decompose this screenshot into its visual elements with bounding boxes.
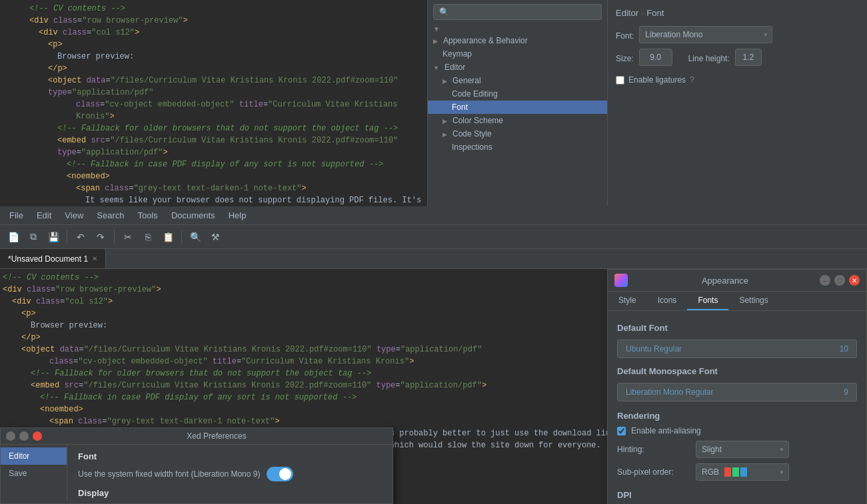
tab-label: *Unsaved Document 1 xyxy=(8,254,88,264)
menu-view[interactable]: View xyxy=(58,208,90,223)
breadcrumb: Editor › Font xyxy=(616,8,859,18)
nav-item-keymap[interactable]: Keymap xyxy=(428,47,607,61)
menu-tools[interactable]: Tools xyxy=(131,208,165,223)
xed-maximize-button[interactable] xyxy=(19,431,29,441)
nav-collapse-btn[interactable]: ▼ xyxy=(428,24,607,34)
appearance-panel: Appearance – □ ✕ Style Icons Fonts Setti… xyxy=(607,269,867,504)
menu-edit[interactable]: Edit xyxy=(30,208,58,223)
toolbar: 📄 ⧉ 💾 ↶ ↷ ✂ ⎘ 📋 🔍 ⚒ xyxy=(0,225,867,249)
nav-item-editor[interactable]: Editor xyxy=(428,61,607,74)
subpixel-value: RGB xyxy=(702,467,719,477)
xed-close-button[interactable] xyxy=(33,431,42,441)
nav-item-label: Font xyxy=(452,103,468,112)
nav-item-color-scheme[interactable]: Color Scheme xyxy=(428,114,607,127)
tab-bar: *Unsaved Document 1 ✕ xyxy=(0,249,867,269)
default-font-value: Ubuntu Regular xyxy=(626,344,682,354)
hinting-dropdown[interactable]: Slight xyxy=(696,441,789,458)
code-line: <div class="row browser-preview"> xyxy=(0,15,427,27)
undo-button[interactable]: ↶ xyxy=(71,228,90,246)
xed-nav-save[interactable]: Save xyxy=(1,465,67,482)
new-button[interactable]: 📄 xyxy=(4,228,23,246)
xed-display-section-label: Display xyxy=(78,488,382,498)
appearance-content: Default Font Ubuntu Regular 10 Default M… xyxy=(608,311,866,504)
menu-file[interactable]: File xyxy=(3,208,30,223)
tab-fonts[interactable]: Fonts xyxy=(687,292,728,310)
nav-item-label: General xyxy=(452,76,481,85)
breadcrumb-font: Font xyxy=(646,8,664,18)
size-label: Size: xyxy=(616,54,634,63)
hinting-value: Slight xyxy=(702,445,722,454)
redo-button[interactable]: ↷ xyxy=(91,228,110,246)
xed-font-toggle[interactable] xyxy=(267,467,293,481)
ligatures-checkbox[interactable] xyxy=(616,76,624,85)
line-height-label: Line height: xyxy=(688,54,730,63)
nav-item-inspections[interactable]: Inspections xyxy=(428,140,607,154)
code-line: <span class="grey-text text-darken-1 not… xyxy=(0,182,427,194)
paste-button[interactable]: 📋 xyxy=(159,228,177,246)
default-mono-button[interactable]: Liberation Mono Regular 9 xyxy=(617,383,857,401)
size-input[interactable] xyxy=(639,49,672,66)
arrow-right-icon xyxy=(442,117,447,125)
root: <!-- CV contents --> <div class="row bro… xyxy=(0,0,867,504)
menu-help[interactable]: Help xyxy=(222,208,253,223)
code-line: class="cv-object embedded-object" title=… xyxy=(0,99,427,123)
menubar: File Edit View Search Tools Documents He… xyxy=(0,206,867,225)
menu-documents[interactable]: Documents xyxy=(165,208,222,223)
code-line: It seems like your browser does not supp… xyxy=(0,194,427,206)
nav-item-general[interactable]: General xyxy=(428,74,607,87)
nav-item-appearance[interactable]: Appearance & Behavior xyxy=(428,34,607,47)
tab-settings[interactable]: Settings xyxy=(728,292,778,310)
appearance-minimize-button[interactable]: – xyxy=(820,275,830,286)
tab-close-icon[interactable]: ✕ xyxy=(92,255,97,262)
nav-item-code-style[interactable]: Code Style xyxy=(428,127,607,140)
menu-search[interactable]: Search xyxy=(90,208,131,223)
xed-sidebar: Editor Save xyxy=(1,445,67,501)
nav-item-label: Inspections xyxy=(452,142,492,152)
line-height-input[interactable] xyxy=(735,49,762,66)
nav-item-label: Keymap xyxy=(442,49,472,59)
save-button[interactable]: 💾 xyxy=(44,228,63,246)
code-line: <noembed> xyxy=(0,170,427,182)
xed-minimize-button[interactable] xyxy=(6,431,15,441)
copy-button[interactable]: ⎘ xyxy=(139,228,157,246)
nav-item-font[interactable]: Font xyxy=(428,101,607,114)
font-value: Liberation Mono xyxy=(645,30,702,39)
code-line: <p> xyxy=(0,39,427,51)
appearance-tabs: Style Icons Fonts Settings xyxy=(608,292,866,311)
code-line: <embed src="/files/Curriculum Vitae Kris… xyxy=(0,134,427,158)
nav-item-code-editing[interactable]: Code Editing xyxy=(428,87,607,101)
xed-nav-editor[interactable]: Editor xyxy=(1,447,67,465)
toolbar-sep-2 xyxy=(114,230,115,244)
antialiasing-row: Enable anti-aliasing xyxy=(617,426,857,435)
appearance-close-button[interactable]: ✕ xyxy=(849,275,860,286)
dpi-section: DPI Custom DPI setting: − + xyxy=(617,490,857,504)
duplicate-button[interactable]: ⧉ xyxy=(24,228,43,246)
help-icon[interactable]: ? xyxy=(690,75,694,85)
find-button[interactable]: 🔍 xyxy=(186,228,205,246)
tab-unsaved-doc[interactable]: *Unsaved Document 1 ✕ xyxy=(0,249,106,268)
appearance-maximize-button[interactable]: □ xyxy=(834,275,845,286)
default-mono-size: 9 xyxy=(844,387,848,397)
tab-style[interactable]: Style xyxy=(608,292,647,310)
toggle-knob xyxy=(279,468,291,480)
settings-search-input[interactable] xyxy=(433,4,602,20)
xed-title: Xed Preferences xyxy=(46,431,387,441)
code-editor-top: <!-- CV contents --> <div class="row bro… xyxy=(0,0,427,206)
tab-icons[interactable]: Icons xyxy=(647,292,688,310)
tools-button[interactable]: ⚒ xyxy=(206,228,225,246)
cut-button[interactable]: ✂ xyxy=(119,228,137,246)
breadcrumb-editor: Editor xyxy=(616,8,638,18)
bottom-area: <!-- CV contents --> <div class="row bro… xyxy=(0,269,867,504)
collapse-arrow-icon: ▼ xyxy=(433,25,440,33)
antialiasing-checkbox[interactable] xyxy=(617,427,626,435)
xed-titlebar: Xed Preferences xyxy=(1,428,393,445)
font-dropdown[interactable]: Liberation Mono xyxy=(639,26,772,43)
xed-main: Font Use the system fixed width font (Li… xyxy=(67,445,393,501)
appearance-titlebar: Appearance – □ ✕ xyxy=(608,270,866,292)
nav-item-label: Code Style xyxy=(452,129,492,138)
default-font-size: 10 xyxy=(840,344,848,354)
nav-item-label: Code Editing xyxy=(452,89,498,99)
subpixel-dropdown[interactable]: RGB xyxy=(696,463,789,481)
rgb-r-bar xyxy=(724,467,731,477)
default-font-button[interactable]: Ubuntu Regular 10 xyxy=(617,340,857,358)
